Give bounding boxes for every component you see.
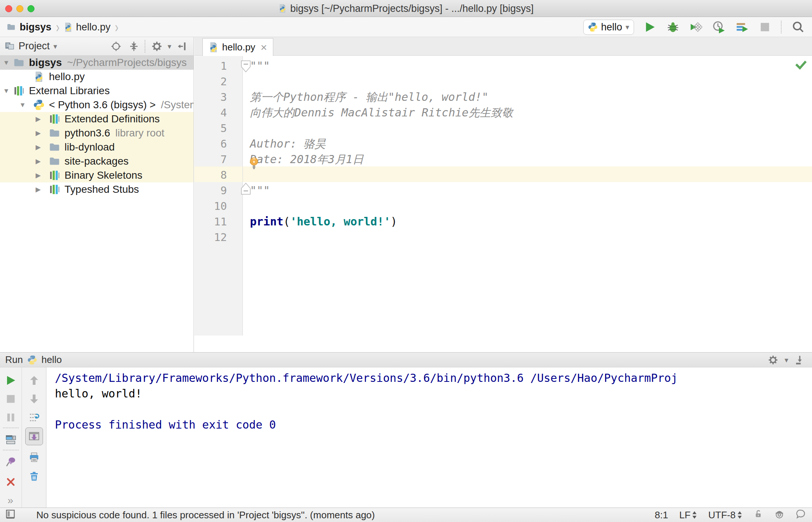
editor-tab-bar: hello.py × — [194, 37, 812, 56]
run-tab-label[interactable]: hello — [42, 354, 62, 366]
toggle-toolwindows-icon[interactable] — [5, 509, 16, 522]
close-tab-icon[interactable]: × — [261, 43, 267, 52]
concurrency-diagram-button[interactable] — [735, 20, 749, 34]
tree-path: ~/PycharmProjects/bigsys — [67, 57, 187, 69]
more-actions-button[interactable]: » — [4, 494, 17, 507]
tree-row-external-libraries[interactable]: ▼ External Libraries — [0, 84, 194, 98]
toolbar-separator — [3, 427, 19, 428]
intention-bulb-icon[interactable] — [249, 157, 259, 171]
run-panel-title[interactable]: Run — [5, 354, 23, 366]
line-number: 12 — [194, 229, 242, 245]
tree-label: Typeshed Stubs — [65, 184, 139, 195]
expand-collapse-icon[interactable]: ▶ — [36, 129, 41, 137]
soft-wrap-button[interactable] — [28, 411, 40, 424]
console-output[interactable]: /System/Library/Frameworks/Python.framew… — [47, 367, 812, 508]
project-panel-title[interactable]: Project — [19, 40, 50, 52]
code-lines[interactable]: """ 第一个Python程序 - 输出"hello, world!" 向伟大的… — [250, 58, 812, 245]
code-line[interactable]: Author: 骆昊 — [250, 136, 812, 152]
fold-region-start-icon[interactable] — [241, 60, 251, 74]
collapse-all-button[interactable] — [127, 39, 141, 53]
fold-region-end-icon[interactable] — [241, 183, 251, 196]
breadcrumb-project[interactable]: bigsys — [6, 22, 52, 33]
code-line[interactable]: Date: 2018年3月1日 — [250, 152, 812, 167]
run-button[interactable] — [643, 20, 657, 34]
run-toolbar: hello ▾ — [583, 20, 812, 35]
pin-tab-button[interactable] — [4, 456, 17, 468]
print-console-button[interactable] — [28, 451, 40, 464]
expand-collapse-icon[interactable]: ▼ — [3, 59, 10, 67]
code-line[interactable] — [250, 74, 812, 89]
locate-file-button[interactable] — [109, 39, 123, 53]
expand-collapse-icon[interactable]: ▶ — [36, 171, 41, 179]
unlock-icon[interactable] — [753, 509, 763, 521]
expand-collapse-icon[interactable]: ▶ — [36, 157, 41, 165]
library-icon — [13, 85, 24, 96]
tree-row-hello-py[interactable]: hello.py — [0, 70, 194, 84]
close-run-panel-button[interactable] — [4, 476, 17, 488]
event-log-bubble-icon[interactable] — [796, 509, 806, 522]
code-line[interactable]: 第一个Python程序 - 输出"hello, world!" — [250, 89, 812, 105]
chevron-down-icon: ▾ — [168, 42, 171, 51]
line-separator-widget[interactable]: LF — [679, 509, 697, 521]
code-line[interactable] — [250, 198, 812, 214]
inspections-ok-icon[interactable] — [795, 59, 807, 72]
expand-collapse-icon[interactable]: ▶ — [36, 185, 41, 194]
clear-console-button[interactable] — [28, 470, 40, 482]
line-number: 11 — [194, 214, 242, 229]
expand-collapse-icon[interactable]: ▶ — [36, 143, 41, 151]
code-line[interactable]: """ — [250, 183, 812, 198]
tree-tag: library root — [115, 127, 164, 139]
project-settings-gear-button[interactable] — [150, 39, 164, 53]
keyword-token: print — [250, 215, 283, 228]
scroll-to-end-button[interactable] — [25, 427, 43, 445]
expand-collapse-icon[interactable]: ▼ — [3, 87, 10, 95]
tree-row-python36[interactable]: ▶ python3.6 library root — [0, 126, 194, 140]
expand-collapse-icon[interactable]: ▶ — [36, 115, 41, 123]
paren-token: ) — [390, 215, 397, 228]
tab-hello-py[interactable]: hello.py × — [202, 38, 273, 56]
python-file-icon — [209, 42, 218, 53]
hector-inspector-icon[interactable] — [774, 509, 785, 522]
breadcrumb-chevron-icon: › — [115, 20, 118, 34]
profiler-button[interactable] — [712, 20, 726, 34]
run-panel-settings-gear-button[interactable] — [766, 353, 780, 367]
code-line[interactable] — [250, 120, 812, 136]
code-editor[interactable]: 1 2 3 4 5 6 7 8 9 10 11 12 """ 第一个Python… — [194, 56, 812, 336]
expand-collapse-icon[interactable]: ▼ — [19, 101, 26, 109]
code-line[interactable]: """ — [250, 58, 812, 74]
line-separator-label: LF — [679, 509, 690, 521]
tree-row-project-root[interactable]: ▼ bigsys ~/PycharmProjects/bigsys — [0, 56, 194, 70]
chevron-down-icon: ▾ — [785, 356, 788, 364]
hide-run-panel-button[interactable] — [793, 353, 807, 367]
toolbar-separator — [145, 40, 146, 53]
code-line[interactable]: print('hello, world!') — [250, 214, 812, 229]
hide-panel-button[interactable] — [175, 39, 189, 53]
line-numbers: 1 2 3 4 5 6 7 8 9 10 11 12 — [194, 58, 242, 245]
encoding-widget[interactable]: UTF-8 — [708, 509, 742, 521]
debug-button[interactable] — [666, 20, 680, 34]
code-line[interactable]: 向伟大的Dennis MacAlistair Ritchie先生致敬 — [250, 105, 812, 120]
tree-row-lib-dynload[interactable]: ▶ lib-dynload — [0, 140, 194, 154]
breadcrumb-file[interactable]: hello.py — [64, 22, 110, 33]
run-configuration-selector[interactable]: hello ▾ — [583, 20, 634, 35]
folder-icon — [49, 128, 60, 139]
console-line — [55, 402, 812, 417]
down-stack-trace-button — [28, 393, 40, 405]
code-line[interactable] — [250, 167, 812, 183]
chevron-down-icon[interactable]: ▾ — [53, 42, 57, 51]
tree-row-binary-skeletons[interactable]: ▶ Binary Skeletons — [0, 168, 194, 182]
tree-row-extended-definitions[interactable]: ▶ Extended Definitions — [0, 112, 194, 126]
tree-row-site-packages[interactable]: ▶ site-packages — [0, 154, 194, 168]
editor-area: hello.py × 1 2 3 4 5 6 7 8 9 10 11 12 — [194, 37, 812, 352]
caret-position-widget[interactable]: 8:1 — [655, 509, 668, 521]
folder-icon — [13, 57, 24, 68]
code-line[interactable] — [250, 229, 812, 245]
rerun-button[interactable] — [4, 374, 17, 387]
tree-row-typeshed-stubs[interactable]: ▶ Typeshed Stubs — [0, 182, 194, 196]
tree-row-python-sdk[interactable]: ▼ < Python 3.6 (bigsys) > /System — [0, 98, 194, 112]
search-everywhere-button[interactable] — [791, 20, 805, 34]
restore-layout-button[interactable] — [4, 433, 17, 446]
stop-button — [758, 20, 772, 34]
run-with-coverage-button[interactable] — [689, 20, 703, 34]
window-title: bigsys [~/PycharmProjects/bigsys] - .../… — [290, 3, 534, 14]
